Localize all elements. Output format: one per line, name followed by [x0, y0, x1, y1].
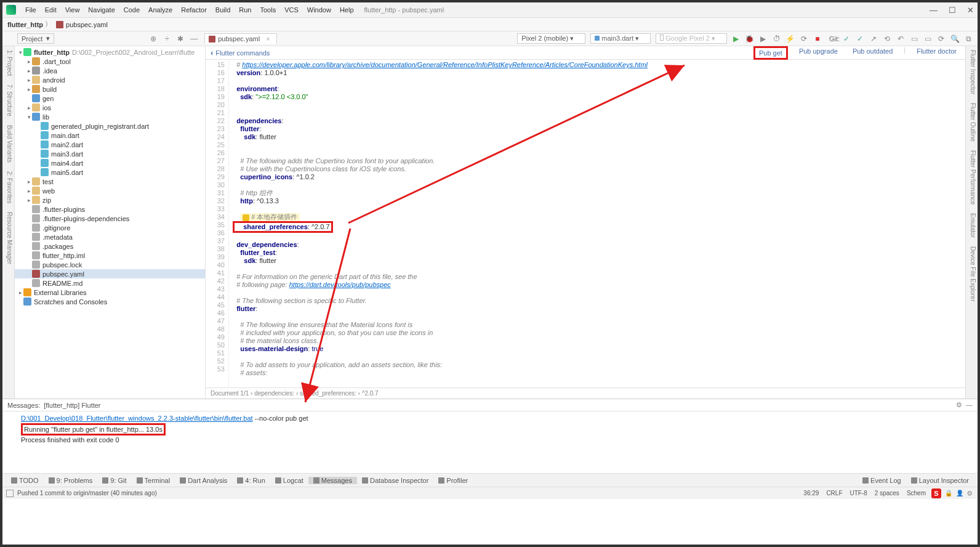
tree-item[interactable]: .gitignore: [15, 223, 205, 232]
flutter-cmd-pub-upgrade[interactable]: Pub upgrade: [795, 46, 841, 60]
lock-icon[interactable]: 🔒: [945, 490, 952, 496]
collapse-icon[interactable]: ÷: [162, 34, 172, 44]
tree-item[interactable]: ▸test: [15, 177, 205, 186]
bottom-tab-todo[interactable]: TODO: [6, 477, 44, 484]
tree-item[interactable]: ▸zip: [15, 195, 205, 205]
hot-reload-icon[interactable]: ⚡: [785, 34, 795, 44]
tree-item[interactable]: flutter_http.iml: [15, 251, 205, 260]
run-icon[interactable]: ▶: [731, 34, 741, 44]
tree-item[interactable]: .packages: [15, 241, 205, 251]
device-selector[interactable]: Pixel 2 (mobile) ▾: [517, 33, 585, 44]
tree-scratches[interactable]: Scratches and Consoles: [15, 297, 205, 306]
rail-item[interactable]: Flutter Performance: [970, 150, 976, 205]
notif-icon[interactable]: ⊙: [967, 490, 972, 496]
vcs-rollback-icon[interactable]: ↶: [896, 34, 906, 44]
user-icon[interactable]: 👤: [956, 490, 963, 496]
menu-edit[interactable]: Edit: [41, 6, 61, 14]
bottom-tab-logcat[interactable]: Logcat: [270, 477, 308, 484]
menu-view[interactable]: View: [61, 6, 84, 14]
rail-item[interactable]: Flutter Inspector: [970, 50, 976, 94]
rail-item[interactable]: Emulator: [970, 213, 976, 238]
flutter-cmd-pub-get[interactable]: Pub get: [753, 46, 788, 60]
bottom-tab-profiler[interactable]: Profiler: [433, 477, 473, 484]
menu-tools[interactable]: Tools: [255, 6, 280, 14]
rail-item[interactable]: Resource Manager: [6, 212, 13, 264]
vcs-update-icon[interactable]: ✓: [841, 34, 851, 44]
bottom-tab-messages[interactable]: Messages: [308, 477, 357, 484]
bottom-tab-terminal[interactable]: Terminal: [132, 477, 175, 484]
rail-item[interactable]: 7: Structure: [6, 84, 13, 116]
menu-vcs[interactable]: VCS: [280, 6, 303, 14]
tree-root[interactable]: ▾flutter_httpD:\002_Project\002_Android_…: [15, 47, 205, 57]
rail-item[interactable]: Build Variants: [6, 125, 13, 163]
project-tree[interactable]: ▾flutter_httpD:\002_Project\002_Android_…: [15, 46, 206, 399]
menu-build[interactable]: Build: [211, 6, 235, 14]
vcs-push-icon[interactable]: ↗: [869, 34, 878, 44]
tree-item[interactable]: main.dart: [15, 131, 205, 140]
menu-file[interactable]: File: [21, 6, 41, 14]
bottom-tab-database-inspector[interactable]: Database Inspector: [357, 477, 433, 484]
menu-run[interactable]: Run: [235, 6, 255, 14]
tree-ext-libs[interactable]: ▸External Libraries: [15, 288, 205, 297]
tree-item[interactable]: ▸build: [15, 84, 205, 94]
device-selector-2[interactable]: Google Pixel 2 ▾: [656, 33, 727, 44]
encoding[interactable]: UTF-8: [850, 490, 867, 496]
tree-item[interactable]: ▾lib: [15, 112, 205, 121]
menu-refactor[interactable]: Refactor: [177, 6, 211, 14]
rail-item[interactable]: 1: Project: [6, 50, 13, 76]
vcs-history-icon[interactable]: ⟲: [882, 34, 892, 44]
status-icon[interactable]: [6, 490, 14, 497]
minimize-icon[interactable]: —: [930, 6, 938, 15]
tree-item[interactable]: ▸ios: [15, 103, 205, 112]
settings-icon[interactable]: ✱: [175, 34, 185, 44]
messages-tab[interactable]: [flutter_http] Flutter: [40, 402, 104, 409]
coverage-icon[interactable]: ▶: [758, 34, 768, 44]
indent[interactable]: 2 spaces: [875, 490, 899, 496]
attach-icon[interactable]: ⟳: [799, 34, 809, 44]
code-editor[interactable]: 1516171819202122232425262728293031323334…: [206, 60, 965, 387]
profile-icon[interactable]: ⏱: [772, 34, 782, 44]
debug-icon[interactable]: 🐞: [745, 34, 755, 44]
breadcrumb-file[interactable]: pubspec.yaml: [66, 21, 108, 28]
tree-item[interactable]: generated_plugin_registrant.dart: [15, 121, 205, 131]
avd-icon[interactable]: ▭: [909, 34, 919, 44]
tree-item[interactable]: main4.dart: [15, 158, 205, 168]
tree-item[interactable]: gen: [15, 94, 205, 103]
tree-item[interactable]: .flutter-plugins-dependencies: [15, 214, 205, 223]
messages-output[interactable]: D:\001_Develop\018_Flutter\flutter_windo…: [2, 411, 978, 473]
chevron-left-icon[interactable]: ‹: [211, 48, 213, 57]
menu-help[interactable]: Help: [335, 6, 358, 14]
bottom-tab-9--problems[interactable]: 9: Problems: [44, 477, 98, 484]
bottom-tab-event-log[interactable]: Event Log: [857, 477, 906, 484]
tree-item[interactable]: main3.dart: [15, 149, 205, 158]
settings-icon[interactable]: ⚙: [956, 401, 962, 409]
bottom-tab-4--run[interactable]: 4: Run: [232, 477, 270, 484]
vcs-commit-icon[interactable]: ✓: [855, 34, 865, 44]
ime-icon[interactable]: S: [931, 488, 941, 498]
rail-item[interactable]: 2: Favorites: [6, 171, 13, 203]
run-config-selector[interactable]: main3.dart ▾: [590, 33, 651, 44]
menu-window[interactable]: Window: [303, 6, 335, 14]
tree-item[interactable]: pubspec.lock: [15, 260, 205, 269]
close-icon[interactable]: ✕: [967, 6, 974, 15]
project-view-selector[interactable]: Project▾: [17, 33, 54, 44]
sdk-icon[interactable]: ▭: [923, 34, 933, 44]
breadcrumb-root[interactable]: flutter_http: [7, 21, 43, 28]
menu-code[interactable]: Code: [119, 6, 144, 14]
hide-icon[interactable]: —: [189, 34, 199, 44]
maximize-icon[interactable]: ☐: [949, 6, 956, 15]
tree-item[interactable]: .flutter-plugins: [15, 205, 205, 214]
rail-item[interactable]: Device File Explorer: [970, 246, 976, 301]
editor-tab[interactable]: pubspec.yaml×: [204, 33, 276, 44]
tree-item[interactable]: README.md: [15, 278, 205, 288]
tree-item[interactable]: ▸.dart_tool: [15, 57, 205, 66]
tree-item[interactable]: pubspec.yaml: [15, 269, 205, 278]
search-icon[interactable]: 🔍: [950, 34, 960, 44]
hide-icon[interactable]: —: [966, 401, 973, 409]
flutter-cmd-pub-outdated[interactable]: Pub outdated: [849, 46, 896, 60]
tree-item[interactable]: ▸web: [15, 186, 205, 195]
line-ending[interactable]: CRLF: [826, 490, 842, 496]
flutter-cmd-flutter-doctor[interactable]: Flutter doctor: [913, 46, 960, 60]
sync-icon[interactable]: ⟳: [936, 34, 946, 44]
tree-item[interactable]: main5.dart: [15, 168, 205, 177]
